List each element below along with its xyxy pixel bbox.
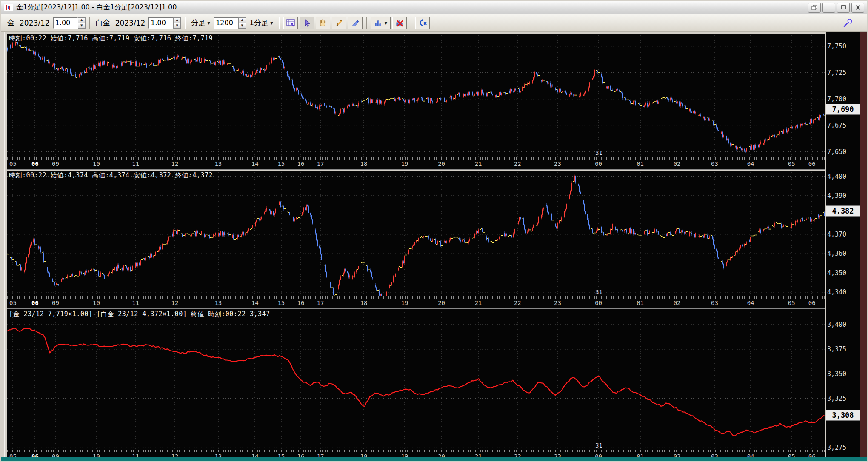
- marker-tool-button[interactable]: [348, 17, 363, 29]
- bar-type-dropdown[interactable]: 分足 ▼: [191, 18, 210, 28]
- platinum-ohlc-info: 時刻:00:22 始値:4,374 高値:4,374 安値:4,372 終値:4…: [9, 171, 213, 180]
- price-tick-label: 4,360: [827, 250, 846, 257]
- time-tick-label: 12: [169, 160, 181, 167]
- price-tick-label: 7,725: [827, 69, 846, 77]
- reset-icon: R: [418, 19, 427, 27]
- price-tick-label: 7,700: [827, 95, 846, 103]
- time-tick-label: 18: [358, 299, 370, 306]
- toolbar-separator: [185, 17, 186, 29]
- cursor-icon: [303, 19, 311, 27]
- spin-down-icon[interactable]: ▼: [173, 23, 181, 29]
- bar-count-input[interactable]: [214, 17, 238, 29]
- time-tick-label: 12: [169, 299, 181, 306]
- time-tick-label: 03: [709, 160, 721, 167]
- price-tick-label: 7,675: [827, 122, 846, 129]
- time-tick-label: 14: [249, 299, 261, 306]
- time-tick-label: 05: [7, 299, 19, 306]
- spin-up-icon[interactable]: ▲: [78, 17, 86, 23]
- spin-up-icon[interactable]: ▲: [173, 17, 181, 23]
- interval-dropdown[interactable]: 1分足 ▼: [249, 18, 273, 28]
- close-button[interactable]: [851, 3, 864, 13]
- time-tick-label: 06: [29, 160, 41, 167]
- last-price-badge: 3,308: [826, 410, 860, 421]
- time-tick-label: 20: [436, 160, 448, 167]
- spin-down-icon[interactable]: ▼: [78, 23, 86, 29]
- reload-chart-button[interactable]: R: [415, 17, 430, 29]
- time-tick-label: 09: [49, 160, 61, 167]
- spread-line-chart[interactable]: 31: [7, 309, 825, 450]
- chevron-down-icon: ▼: [207, 21, 210, 25]
- time-tick-label: 04: [745, 160, 757, 167]
- time-tick-label: 02: [671, 299, 683, 306]
- time-tick-label: 02: [671, 160, 683, 167]
- gold-label: 金: [7, 18, 14, 28]
- chart-delete-icon: [395, 19, 404, 27]
- time-tick-label: 09: [49, 299, 61, 306]
- pan-tool-button[interactable]: [316, 17, 330, 29]
- bar-chart-icon: [374, 19, 383, 27]
- right-accent-strip: [860, 32, 867, 460]
- cascade-windows-button[interactable]: [808, 3, 821, 13]
- time-tick-label: 15: [275, 160, 287, 167]
- time-axis-row: 0506091011121314151617181920212223000102…: [7, 296, 825, 309]
- time-tick-label: 04: [745, 299, 757, 306]
- date-label: 31: [595, 288, 602, 295]
- price-tick-label: 4,400: [827, 173, 846, 180]
- time-tick-label: 16: [295, 160, 307, 167]
- time-tick-label: 21: [472, 299, 484, 306]
- time-tick-label: 19: [399, 299, 411, 306]
- time-tick-label: 00: [593, 160, 605, 167]
- time-tick-label: 11: [130, 160, 142, 167]
- price-tick-label: 7,650: [827, 148, 846, 156]
- chart-region: 31 時刻:00:22 始値:7,716 高値:7,719 安値:7,716 終…: [1, 32, 867, 461]
- maximize-button[interactable]: [837, 3, 850, 13]
- price-tick-label: 4,390: [827, 192, 846, 200]
- gold-ohlc-info: 時刻:00:22 始値:7,716 高値:7,719 安値:7,716 終値:7…: [9, 34, 213, 43]
- chevron-down-icon: ▼: [270, 21, 273, 25]
- window-title: 金1分足[2023/12]1.00 - 白金1分足[2023/12]1.00: [16, 3, 177, 12]
- last-price-badge: 4,382: [826, 205, 860, 217]
- price-tick-label: 4,370: [827, 231, 846, 238]
- price-tick-label: 7,750: [827, 43, 846, 50]
- time-tick-label: 15: [275, 299, 287, 306]
- time-tick-label: 03: [709, 299, 721, 306]
- price-tick-label: 3,375: [827, 345, 846, 353]
- settings-wrench-button[interactable]: [840, 17, 855, 29]
- time-tick-label: 05: [785, 299, 797, 306]
- time-tick-label: 18: [358, 160, 370, 167]
- time-tick-label: 17: [314, 299, 326, 306]
- platinum-contract-label[interactable]: 2023/12: [115, 19, 146, 27]
- time-tick-label: 06: [29, 299, 41, 306]
- clear-indicator-button[interactable]: [392, 17, 407, 29]
- gold-multiplier-input[interactable]: [53, 17, 78, 29]
- minimize-button[interactable]: [822, 3, 835, 13]
- draw-line-button[interactable]: [332, 17, 346, 29]
- wrench-icon: [842, 18, 853, 28]
- svg-text:R: R: [423, 21, 427, 26]
- time-tick-label: 05: [785, 160, 797, 167]
- gold-contract-label[interactable]: 2023/12: [20, 19, 50, 27]
- time-tick-label: 22: [511, 160, 523, 167]
- spin-up-icon[interactable]: ▲: [238, 17, 246, 23]
- data-window-button[interactable]: [283, 17, 298, 29]
- cursor-tool-button[interactable]: [300, 17, 314, 29]
- platinum-multiplier-input[interactable]: [148, 17, 173, 29]
- pencil-icon: [335, 19, 343, 27]
- spin-down-icon[interactable]: ▼: [238, 23, 246, 29]
- gold-candlestick-chart[interactable]: 31: [7, 34, 825, 157]
- toolbar-separator: [366, 17, 367, 29]
- time-tick-label: 13: [212, 160, 224, 167]
- price-tick-label: 3,275: [827, 444, 846, 451]
- price-tick-label: 4,350: [827, 269, 846, 277]
- candlestick-chart-icon: [4, 4, 13, 11]
- chevron-down-icon: ▼: [384, 21, 387, 25]
- time-tick-label: 22: [511, 299, 523, 306]
- time-tick-label: 23: [552, 299, 564, 306]
- indicator-button[interactable]: ▼: [371, 17, 391, 29]
- toolbar-separator: [279, 17, 280, 29]
- platinum-candlestick-chart[interactable]: 31: [7, 171, 825, 296]
- gold-multiplier-spinner: ▲ ▼: [53, 17, 86, 29]
- bar-count-spinner: ▲ ▼: [214, 17, 246, 29]
- time-tick-label: 20: [436, 299, 448, 306]
- time-tick-label: 11: [130, 299, 142, 306]
